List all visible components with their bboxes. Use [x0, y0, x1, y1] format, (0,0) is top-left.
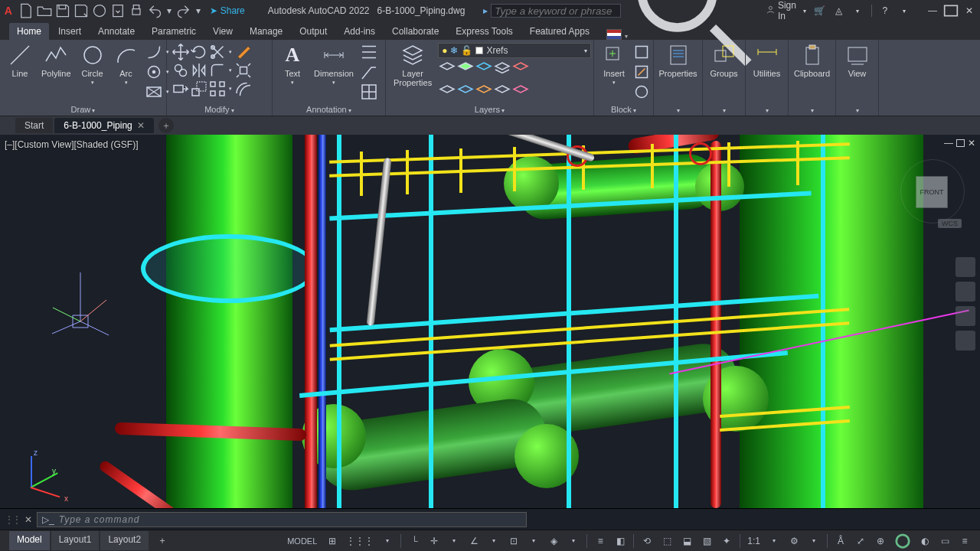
layer-btn5-icon[interactable] [511, 60, 530, 79]
print-icon[interactable] [129, 3, 144, 18]
snap-icon[interactable]: ⋮⋮⋮ [343, 533, 377, 549]
chevron-down-icon[interactable]: ▾ [564, 533, 583, 549]
layer-btn4-icon[interactable] [493, 60, 511, 79]
redo-icon[interactable] [176, 3, 191, 18]
tab-addins[interactable]: Add-ins [336, 23, 383, 40]
autodesk-app-icon[interactable]: ◬ [833, 4, 844, 18]
utilities-button[interactable]: Utilities [750, 43, 783, 106]
panel-title[interactable]: ▾ [841, 106, 874, 116]
groups-button[interactable]: Groups [707, 43, 740, 106]
edit-attr-icon[interactable] [632, 83, 651, 101]
3dosnap-icon[interactable]: ◈ [544, 533, 563, 549]
isodraft-icon[interactable]: ∠ [465, 533, 483, 549]
clipboard-button[interactable]: Clipboard [793, 43, 831, 106]
move-icon[interactable] [172, 43, 190, 61]
osnap-icon[interactable]: ⊡ [505, 533, 523, 549]
lineweight-icon[interactable]: ≡ [591, 533, 609, 549]
tab-insert[interactable]: Insert [51, 23, 89, 40]
array-icon[interactable] [208, 80, 227, 98]
dimension-button[interactable]: Dimension▾ [311, 43, 357, 86]
tab-expresstools[interactable]: Express Tools [448, 23, 520, 40]
model-button[interactable]: MODEL [283, 533, 322, 549]
rectangle-icon[interactable] [145, 83, 163, 101]
edit-block-icon[interactable] [632, 63, 651, 81]
panel-title[interactable]: ▾ [658, 106, 697, 116]
signin-button[interactable]: Sign In ▾ [766, 0, 806, 21]
wcs-label[interactable]: WCS [938, 219, 962, 228]
chevron-down-icon[interactable]: ▾ [524, 533, 543, 549]
chevron-down-icon[interactable]: ▾ [805, 533, 823, 549]
panel-title[interactable]: ▾ [793, 106, 831, 116]
viewport[interactable]: [–][Custom View][Shaded (GSF)] ― ✕ FRONT… [0, 135, 980, 508]
pan-icon[interactable] [956, 282, 975, 302]
polar-icon[interactable]: ✛ [425, 533, 443, 549]
clean-screen-icon[interactable]: ▭ [936, 533, 954, 549]
arc-button[interactable]: Arc▾ [111, 43, 142, 86]
layer-btn8-icon[interactable] [475, 81, 493, 99]
panel-title[interactable]: Annotation [306, 105, 351, 114]
saveas-icon[interactable] [74, 3, 89, 18]
grip-icon[interactable]: ⋮⋮ [5, 514, 20, 525]
vp-maximize-icon[interactable] [956, 138, 965, 148]
layer-btn1-icon[interactable] [438, 60, 456, 79]
undo-icon[interactable] [147, 3, 162, 18]
cart-icon[interactable]: 🛒 [814, 4, 825, 18]
scale-button[interactable]: 1:1 [744, 533, 763, 549]
viewport-label[interactable]: [–][Custom View][Shaded (GSF)] [5, 139, 139, 150]
transparency-icon[interactable]: ◧ [611, 533, 629, 549]
command-input[interactable]: ▷_ Type a command [37, 512, 527, 527]
layer-dropdown[interactable]: ● ❄ 🔓 Xrefs ▾ [438, 43, 591, 58]
close-icon[interactable]: ✕ [962, 4, 977, 18]
search-input[interactable] [491, 4, 621, 18]
trim-icon[interactable] [208, 43, 227, 61]
copy-icon[interactable] [172, 61, 190, 80]
chevron-down-icon[interactable]: ▾ [194, 3, 202, 18]
save-icon[interactable] [55, 3, 70, 18]
minimize-icon[interactable]: ― [925, 4, 940, 18]
close-icon[interactable]: ✕ [137, 120, 145, 131]
layer-btn9-icon[interactable] [493, 81, 511, 99]
units-icon[interactable]: ⊕ [871, 533, 890, 549]
chevron-down-icon[interactable]: ▾ [227, 61, 234, 80]
workspace-icon[interactable]: ⤢ [851, 533, 870, 549]
properties-button[interactable]: Properties [658, 43, 697, 106]
gizmo-icon[interactable]: ✦ [717, 533, 736, 549]
chevron-down-icon[interactable]: ▾ [165, 3, 173, 18]
tab-output[interactable]: Output [292, 23, 335, 40]
layer-btn10-icon[interactable] [511, 81, 530, 99]
annotation-scale-icon[interactable]: Å [831, 533, 850, 549]
open-web-icon[interactable] [92, 3, 107, 18]
view-button[interactable]: View [841, 43, 874, 106]
chevron-down-icon[interactable]: ▾ [852, 4, 864, 18]
cycling-icon[interactable]: ⟲ [638, 533, 656, 549]
circle-button[interactable]: Circle▾ [77, 43, 108, 86]
chevron-down-icon[interactable]: ▾ [227, 43, 234, 61]
chevron-down-icon[interactable]: ▾ [625, 33, 628, 40]
chevron-down-icon[interactable]: ▾ [445, 533, 463, 549]
table-icon[interactable] [360, 63, 378, 81]
3d-icon[interactable]: ⬚ [658, 533, 676, 549]
tab-home[interactable]: Home [9, 23, 49, 40]
stretch-icon[interactable] [172, 80, 190, 98]
panel-title[interactable]: Draw [71, 105, 96, 114]
tab-start[interactable]: Start [15, 118, 53, 133]
text-button[interactable]: AText▾ [277, 43, 308, 86]
hatch-icon[interactable] [145, 63, 163, 81]
tab-annotate[interactable]: Annotate [90, 23, 142, 40]
vp-minimize-icon[interactable]: ― [944, 138, 953, 148]
new-tab-button[interactable]: ＋ [158, 118, 174, 133]
create-block-icon[interactable] [632, 43, 651, 61]
grid-icon[interactable] [360, 83, 378, 101]
dynamic-ucs-icon[interactable]: ⬓ [678, 533, 696, 549]
chevron-down-icon[interactable]: ▾ [227, 80, 234, 98]
hardware-accel-icon[interactable] [891, 533, 914, 549]
tab-drawing[interactable]: 6-B-1000_Piping✕ [54, 118, 153, 133]
filter-icon[interactable]: ▧ [697, 533, 716, 549]
tab-featuredapps[interactable]: Featured Apps [522, 23, 597, 40]
isolate-icon[interactable]: ◐ [916, 533, 934, 549]
offset-icon[interactable] [234, 80, 253, 98]
add-layout-button[interactable]: ＋ [150, 531, 175, 550]
tab-parametric[interactable]: Parametric [144, 23, 204, 40]
save-web-icon[interactable] [110, 3, 126, 18]
app-logo-icon[interactable]: A [3, 4, 14, 18]
